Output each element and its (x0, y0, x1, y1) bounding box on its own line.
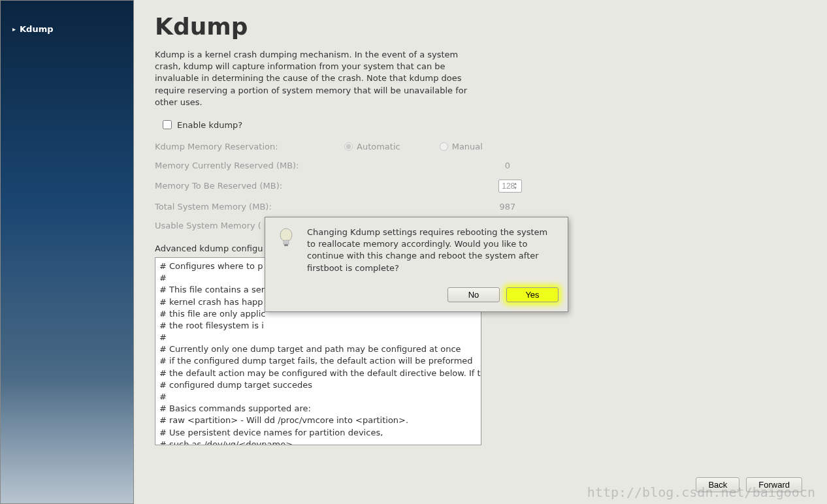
memory-reservation-row: Kdump Memory Reservation: Automatic Manu… (155, 142, 801, 151)
sidebar-item-kdump[interactable]: ▸ Kdump (1, 20, 133, 38)
to-reserve-spinner[interactable]: ▴ ▾ (498, 180, 517, 193)
to-reserve-row: Memory To Be Reserved (MB): ▴ ▾ (155, 180, 801, 193)
page-description: Kdump is a kernel crash dumping mechanis… (155, 49, 468, 108)
sidebar-item-label: Kdump (20, 24, 54, 34)
page-title: Kdump (155, 13, 801, 40)
total-memory-row: Total System Memory (MB): 987 (155, 202, 801, 212)
enable-kdump-checkbox[interactable] (163, 120, 172, 129)
automatic-radio-option[interactable]: Automatic (344, 142, 400, 151)
sidebar: ▸ Kdump (0, 0, 134, 504)
to-reserve-label: Memory To Be Reserved (MB): (155, 181, 344, 191)
current-reserved-value: 0 (449, 161, 566, 170)
current-reserved-row: Memory Currently Reserved (MB): 0 (155, 161, 801, 170)
manual-radio[interactable] (440, 142, 448, 151)
automatic-radio[interactable] (344, 142, 353, 151)
svg-point-0 (280, 228, 292, 242)
dialog-message: Changing Kdump settings requires rebooti… (307, 227, 559, 274)
manual-radio-option[interactable]: Manual (440, 142, 483, 151)
no-button[interactable]: No (447, 287, 500, 302)
current-reserved-label: Memory Currently Reserved (MB): (155, 161, 344, 170)
enable-kdump-label: Enable kdump? (177, 120, 242, 130)
automatic-label: Automatic (357, 142, 400, 151)
total-memory-label: Total System Memory (MB): (155, 202, 344, 212)
reservation-label: Kdump Memory Reservation: (155, 142, 344, 151)
manual-label: Manual (452, 142, 483, 151)
watermark-text: http://blog.csdn.net/baigoocn (587, 484, 815, 500)
to-reserve-input[interactable] (498, 180, 522, 193)
lightbulb-icon (274, 227, 298, 250)
yes-button[interactable]: Yes (506, 287, 559, 302)
total-memory-value: 987 (449, 202, 566, 212)
confirmation-dialog: Changing Kdump settings requires rebooti… (265, 217, 568, 312)
svg-rect-2 (284, 244, 288, 246)
arrow-right-icon: ▸ (12, 25, 16, 33)
svg-rect-1 (284, 240, 289, 244)
spinner-down-icon[interactable]: ▾ (514, 186, 517, 191)
enable-kdump-row: Enable kdump? (163, 120, 801, 130)
